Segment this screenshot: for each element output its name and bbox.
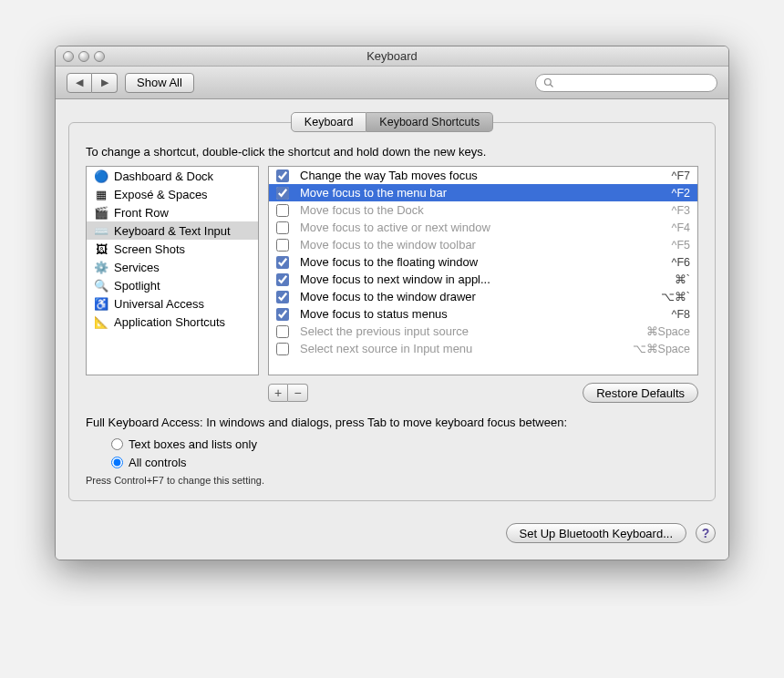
tab-keyboard-shortcuts[interactable]: Keyboard Shortcuts bbox=[366, 112, 493, 132]
shortcut-checkbox[interactable] bbox=[276, 204, 289, 217]
category-item[interactable]: ♿Universal Access bbox=[87, 294, 258, 313]
add-button[interactable]: + bbox=[268, 384, 288, 402]
category-icon: ⌨️ bbox=[94, 223, 108, 238]
shortcut-row[interactable]: Move focus to the window drawer⌥⌘` bbox=[269, 288, 697, 305]
shortcut-checkbox-wrap bbox=[274, 221, 291, 234]
add-remove-buttons: + − bbox=[268, 384, 308, 402]
category-icon: ♿ bbox=[94, 296, 108, 311]
shortcut-label: Move focus to the window toolbar bbox=[291, 238, 617, 252]
shortcut-key: ⌥⌘` bbox=[617, 290, 690, 303]
svg-point-0 bbox=[545, 78, 552, 85]
shortcut-key: ^F7 bbox=[617, 170, 690, 182]
toolbar: ◀ ▶ Show All bbox=[56, 67, 728, 99]
fka-option-textboxes[interactable]: Text boxes and lists only bbox=[111, 435, 698, 453]
shortcut-row[interactable]: Move focus to the window toolbar^F5 bbox=[269, 236, 697, 253]
minimize-icon[interactable] bbox=[78, 51, 89, 62]
search-field[interactable] bbox=[535, 74, 717, 92]
category-label: Universal Access bbox=[114, 297, 204, 311]
category-icon: 🔍 bbox=[94, 278, 108, 293]
shortcut-row[interactable]: Move focus to active or next window^F4 bbox=[269, 219, 697, 236]
shortcut-checkbox-wrap bbox=[274, 343, 291, 355]
shortcut-checkbox[interactable] bbox=[276, 187, 289, 200]
shortcut-key: ^F2 bbox=[617, 187, 690, 200]
shortcut-label: Select the previous input source bbox=[291, 324, 617, 338]
shortcut-label: Select next source in Input menu bbox=[291, 342, 617, 355]
category-list[interactable]: 🔵Dashboard & Dock▦Exposé & Spaces🎬Front … bbox=[86, 166, 259, 375]
shortcut-row[interactable]: Select next source in Input menu⌥⌘Space bbox=[269, 340, 697, 357]
category-label: Keyboard & Text Input bbox=[114, 224, 231, 238]
shortcut-checkbox[interactable] bbox=[276, 325, 289, 338]
shortcut-checkbox[interactable] bbox=[276, 343, 289, 355]
shortcut-checkbox-wrap bbox=[274, 187, 291, 200]
shortcut-label: Move focus to the window drawer bbox=[291, 290, 617, 303]
window-title: Keyboard bbox=[56, 49, 728, 63]
shortcut-row[interactable]: Move focus to the floating window^F6 bbox=[269, 253, 697, 271]
category-icon: ⚙️ bbox=[94, 260, 108, 274]
titlebar: Keyboard bbox=[56, 46, 728, 67]
search-input[interactable] bbox=[558, 76, 709, 90]
shortcut-checkbox[interactable] bbox=[276, 221, 289, 234]
category-label: Spotlight bbox=[114, 279, 160, 293]
back-button[interactable]: ◀ bbox=[67, 73, 92, 93]
shortcut-row[interactable]: Select the previous input source⌘Space bbox=[269, 323, 697, 340]
shortcut-label: Move focus to active or next window bbox=[291, 221, 617, 234]
category-label: Front Row bbox=[114, 206, 169, 220]
shortcut-row[interactable]: Move focus to the menu bar^F2 bbox=[269, 184, 697, 201]
category-item[interactable]: ⚙️Services bbox=[87, 258, 258, 276]
shortcut-row[interactable]: Move focus to status menus^F8 bbox=[269, 305, 697, 323]
show-all-label: Show All bbox=[137, 76, 182, 89]
fka-option2-label: All controls bbox=[129, 456, 187, 469]
shortcut-row[interactable]: Move focus to the Dock^F3 bbox=[269, 201, 697, 219]
zoom-icon[interactable] bbox=[94, 51, 105, 62]
category-label: Dashboard & Dock bbox=[114, 170, 213, 183]
category-item[interactable]: 🔍Spotlight bbox=[87, 276, 258, 294]
tab-keyboard[interactable]: Keyboard bbox=[291, 112, 367, 132]
forward-button[interactable]: ▶ bbox=[92, 73, 118, 93]
minus-icon: − bbox=[294, 385, 301, 400]
shortcut-label: Change the way Tab moves focus bbox=[291, 169, 617, 182]
shortcut-key: ^F8 bbox=[617, 308, 690, 321]
help-icon: ? bbox=[702, 526, 710, 540]
shortcut-checkbox[interactable] bbox=[276, 291, 289, 303]
radio-textboxes[interactable] bbox=[111, 438, 123, 450]
fka-option-all[interactable]: All controls bbox=[111, 453, 698, 471]
remove-button[interactable]: − bbox=[288, 384, 308, 402]
help-button[interactable]: ? bbox=[696, 523, 716, 543]
category-item[interactable]: ⌨️Keyboard & Text Input bbox=[87, 221, 258, 240]
category-item[interactable]: 🎬Front Row bbox=[87, 203, 258, 221]
radio-all-controls[interactable] bbox=[111, 457, 123, 468]
close-icon[interactable] bbox=[63, 51, 74, 62]
category-item[interactable]: 📐Application Shortcuts bbox=[87, 313, 258, 331]
shortcut-checkbox[interactable] bbox=[276, 273, 289, 286]
shortcut-key: ^F5 bbox=[617, 239, 690, 252]
shortcut-checkbox-wrap bbox=[274, 170, 291, 182]
restore-defaults-button[interactable]: Restore Defaults bbox=[583, 383, 698, 403]
preferences-window: Keyboard ◀ ▶ Show All KeyboardKeyboard S… bbox=[55, 46, 729, 560]
category-item[interactable]: ▦Exposé & Spaces bbox=[87, 185, 258, 203]
shortcut-checkbox-wrap bbox=[274, 239, 291, 252]
shortcut-label: Move focus to next window in appl... bbox=[291, 272, 617, 286]
show-all-button[interactable]: Show All bbox=[125, 73, 194, 93]
shortcut-checkbox[interactable] bbox=[276, 256, 289, 269]
bluetooth-keyboard-button[interactable]: Set Up Bluetooth Keyboard... bbox=[506, 523, 686, 543]
category-item[interactable]: 🔵Dashboard & Dock bbox=[87, 167, 258, 185]
plus-icon: + bbox=[274, 385, 282, 400]
shortcut-key: ⌘Space bbox=[617, 324, 690, 338]
category-icon: 📐 bbox=[94, 314, 108, 329]
shortcut-checkbox[interactable] bbox=[276, 170, 289, 182]
nav-buttons: ◀ ▶ bbox=[67, 73, 118, 93]
category-icon: 🔵 bbox=[94, 169, 108, 183]
category-icon: 🖼 bbox=[94, 241, 108, 256]
shortcut-label: Move focus to the Dock bbox=[291, 203, 617, 217]
full-keyboard-access: Full Keyboard Access: In windows and dia… bbox=[86, 416, 698, 486]
shortcut-checkbox-wrap bbox=[274, 325, 291, 338]
shortcut-row[interactable]: Change the way Tab moves focus^F7 bbox=[269, 167, 697, 184]
shortcut-row[interactable]: Move focus to next window in appl...⌘` bbox=[269, 271, 697, 288]
category-label: Application Shortcuts bbox=[114, 315, 225, 329]
shortcut-key: ^F4 bbox=[617, 221, 690, 234]
fka-heading: Full Keyboard Access: In windows and dia… bbox=[86, 416, 698, 429]
category-item[interactable]: 🖼Screen Shots bbox=[87, 240, 258, 258]
shortcut-list[interactable]: Change the way Tab moves focus^F7Move fo… bbox=[268, 166, 698, 375]
shortcut-checkbox[interactable] bbox=[276, 239, 289, 252]
shortcut-checkbox[interactable] bbox=[276, 308, 289, 321]
